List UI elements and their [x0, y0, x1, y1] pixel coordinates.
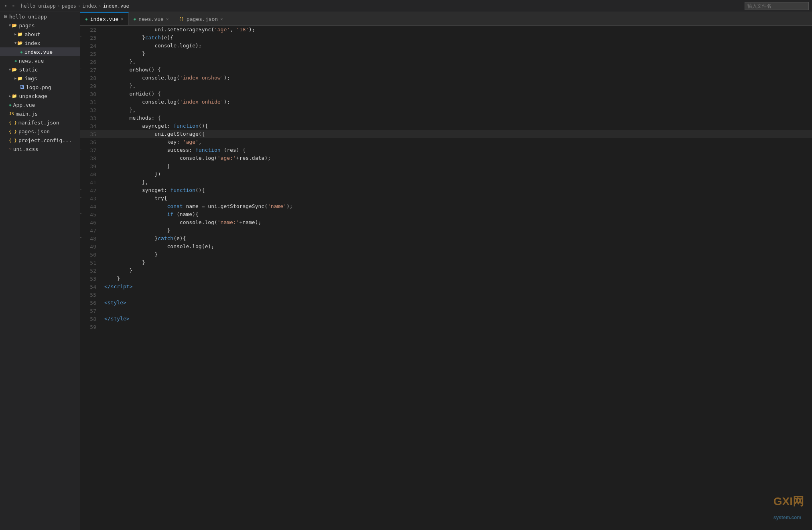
sidebar-item-about[interactable]: 📁about: [0, 30, 80, 39]
sidebar-label: App.vue: [13, 102, 35, 108]
tab-index-vue[interactable]: ◈index.vue✕: [80, 12, 129, 25]
token-plain: try{: [104, 195, 167, 201]
line-content: console.log(e);: [100, 42, 812, 50]
line-content: },: [100, 106, 812, 114]
vue-file-icon: ◈: [20, 49, 23, 55]
tab-close-btn[interactable]: ✕: [166, 16, 169, 22]
back-icon[interactable]: ←: [3, 3, 9, 9]
sidebar-item-hello-uniapp[interactable]: 🖥hello uniapp: [0, 12, 80, 21]
fold-btn[interactable]: −: [80, 115, 81, 119]
sidebar-item-App-vue[interactable]: ◈App.vue: [0, 100, 80, 109]
token-plain: (){: [195, 187, 205, 193]
sidebar-item-manifest-json[interactable]: { }manifest.json: [0, 118, 80, 127]
sidebar-label: pages.json: [18, 128, 50, 135]
line-content: syncget: function(){: [100, 186, 812, 194]
line-number: 52: [80, 267, 100, 275]
sidebar-item-pages-json[interactable]: { }pages.json: [0, 127, 80, 136]
token-tag: >: [126, 316, 130, 322]
sidebar-item-pages[interactable]: 📂pages: [0, 21, 80, 30]
tab-pages-json[interactable]: {}pages.json✕: [174, 12, 228, 25]
token-keyword: function: [173, 123, 199, 129]
sidebar-item-uni-scss[interactable]: ~uni.scss: [0, 145, 80, 153]
code-line: 35 uni.getStorage({: [80, 130, 812, 138]
line-content: }: [100, 251, 812, 259]
breadcrumb-item-3[interactable]: index: [82, 3, 97, 9]
fold-btn[interactable]: −: [80, 195, 81, 199]
line-number: −37: [80, 146, 100, 154]
line-content: console.log(e);: [100, 243, 812, 251]
scss-file-icon: ~: [9, 147, 12, 152]
token-keyword: catch: [145, 35, 161, 41]
file-search-input[interactable]: [745, 2, 809, 10]
token-plain: },: [104, 107, 136, 113]
sidebar-item-index-vue[interactable]: ◈index.vue: [0, 47, 80, 56]
line-number: 54: [80, 283, 100, 291]
fold-btn[interactable]: −: [80, 123, 81, 127]
breadcrumb-item-1[interactable]: hello uniapp: [21, 3, 56, 9]
line-number: 50: [80, 251, 100, 259]
sidebar-item-logo-png[interactable]: 🖼logo.png: [0, 83, 80, 92]
forward-icon[interactable]: →: [10, 3, 16, 9]
folder-icon: 📂: [12, 67, 17, 72]
sidebar-item-news-vue[interactable]: ◈news.vue: [0, 56, 80, 65]
fold-btn[interactable]: −: [80, 91, 81, 95]
fold-btn[interactable]: −: [80, 187, 81, 191]
token-tag: <style: [104, 300, 123, 306]
line-content: onHide() {: [100, 90, 812, 98]
code-editor[interactable]: 22 uni.setStorageSync('age', '18');−23 }…: [80, 26, 812, 530]
breadcrumb-item-4[interactable]: index.vue: [103, 3, 129, 9]
sidebar-item-project-config---[interactable]: { }project.config...: [0, 136, 80, 145]
token-plain: ,: [230, 26, 236, 33]
line-number: 46: [80, 218, 100, 226]
window-controls[interactable]: ← →: [3, 3, 16, 9]
sidebar-item-main-js[interactable]: JSmain.js: [0, 109, 80, 118]
line-content: }catch(e){: [100, 234, 812, 243]
code-line: 26 },: [80, 58, 812, 66]
sidebar-item-static[interactable]: 📂static: [0, 65, 80, 74]
json-file-icon: { }: [9, 138, 17, 143]
token-plain: (res) {: [221, 147, 246, 153]
fold-btn[interactable]: −: [80, 67, 81, 71]
json-file-icon: { }: [9, 129, 17, 134]
line-number: 55: [80, 291, 100, 299]
token-plain: methods: {: [104, 115, 161, 121]
token-keyword: const: [167, 203, 183, 209]
sidebar-item-unpackage[interactable]: 📁unpackage: [0, 92, 80, 100]
line-content: }: [100, 267, 812, 275]
line-content: console.log('index onshow');: [100, 74, 812, 82]
line-content: [100, 307, 812, 315]
code-line: −45 if (name){: [80, 210, 812, 218]
token-plain: [104, 211, 167, 217]
breadcrumb-item-2[interactable]: pages: [62, 3, 76, 9]
sidebar-item-imgs[interactable]: 📁imgs: [0, 74, 80, 83]
token-plain: (){: [199, 123, 208, 129]
line-number: 36: [80, 138, 100, 146]
token-string: '18': [236, 26, 249, 33]
code-line: 40 }): [80, 170, 812, 178]
line-number: 58: [80, 315, 100, 323]
token-plain: (e){: [161, 35, 173, 41]
code-line: 53 }: [80, 275, 812, 283]
editor-area: ◈index.vue✕◈news.vue✕{}pages.json✕ 22 un…: [80, 12, 812, 530]
tab-news-vue[interactable]: ◈news.vue✕: [129, 12, 174, 25]
tab-label: pages.json: [187, 16, 218, 22]
fold-btn[interactable]: −: [80, 35, 81, 39]
line-number: 57: [80, 307, 100, 315]
line-content: },: [100, 82, 812, 90]
token-plain: success:: [104, 147, 195, 153]
token-plain: onShow() {: [104, 67, 161, 73]
line-number: 53: [80, 275, 100, 283]
fold-btn[interactable]: −: [80, 211, 81, 215]
tab-close-btn[interactable]: ✕: [220, 16, 223, 22]
line-content: }: [100, 162, 812, 170]
sidebar-item-index[interactable]: 📂index: [0, 39, 80, 47]
fold-btn[interactable]: −: [80, 235, 81, 239]
token-plain: }: [104, 235, 158, 241]
token-plain: );: [286, 203, 293, 209]
tab-close-btn[interactable]: ✕: [121, 16, 124, 22]
line-content: uni.setStorageSync('age', '18');: [100, 26, 812, 34]
sidebar-label: manifest.json: [18, 120, 59, 126]
token-tag: >: [123, 300, 126, 306]
code-line: −27 onShow() {: [80, 66, 812, 74]
fold-btn[interactable]: −: [80, 147, 81, 151]
